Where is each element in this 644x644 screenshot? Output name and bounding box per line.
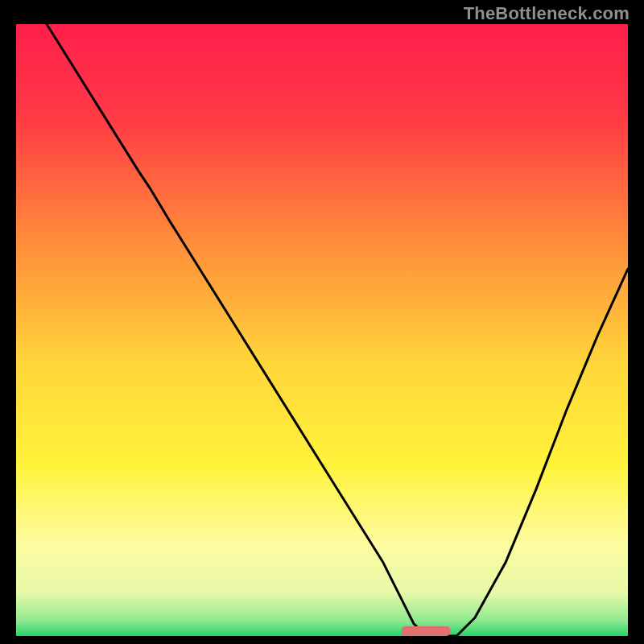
watermark-label: TheBottleneck.com (464, 3, 630, 24)
chart-background-gradient (16, 24, 628, 636)
chart-frame (16, 24, 628, 636)
valley-marker (402, 626, 451, 636)
bottleneck-chart (16, 24, 628, 636)
